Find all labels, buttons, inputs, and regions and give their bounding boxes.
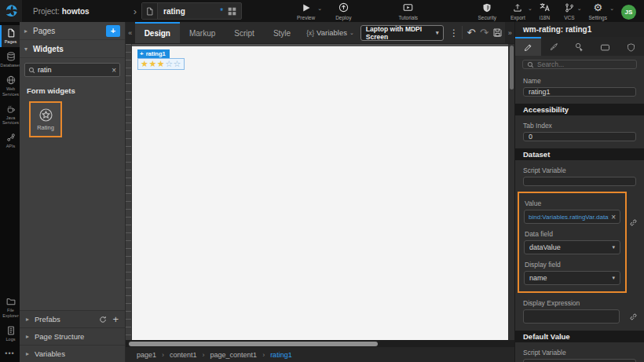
script-variable-field[interactable] [523,177,636,186]
rating-stars[interactable]: ★ ★ ★ ☆ ☆ [137,58,185,70]
deploy-button[interactable]: Deploy [335,2,351,20]
rail-item-pages[interactable]: Pages [0,25,20,47]
brush-icon [549,42,558,52]
variables-button[interactable]: {x} Variables ⌄ [300,22,360,43]
chevron-right-icon: ▸ [24,27,33,35]
prefabs-section-header[interactable]: ▸ Prefabs + [20,310,125,327]
save-button[interactable] [491,22,504,43]
widget-search-input[interactable] [38,66,112,74]
tab-design[interactable]: Design [135,22,180,43]
collapse-left-panel-button[interactable]: « [126,22,135,43]
unsaved-indicator: * [220,7,223,16]
tab-style[interactable]: Style [264,22,300,43]
breadcrumb-content1[interactable]: content1 [170,351,197,359]
add-prefab-icon[interactable]: + [112,316,119,324]
star-filled[interactable]: ★ [148,60,156,68]
tab-index-label: Tab Index [523,122,636,130]
widgets-section-header[interactable]: ▾ Widgets [20,40,125,58]
add-page-button[interactable]: + [106,25,120,37]
star-empty[interactable]: ☆ [174,60,181,68]
redo-button[interactable]: ↷ [478,22,491,43]
page-structure-section-header[interactable]: ▸ Page Structure [20,327,125,345]
top-bar: Project: howtos › rating * Preview ⌄ Dep… [0,0,644,22]
styles-tab[interactable] [541,37,567,56]
widget-selection-tag[interactable]: + rating1 [137,49,170,58]
search-icon [527,61,534,68]
chevron-down-icon: ⌄ [609,5,614,12]
property-search[interactable] [522,60,637,69]
default-script-variable-field[interactable] [523,359,636,362]
security-tab[interactable] [618,37,644,56]
bind-link-icon[interactable] [629,218,638,227]
rail-item-java-services[interactable]: Java Services [0,101,20,129]
horizontal-scrollbar-thumb[interactable] [129,342,378,346]
device-tab[interactable] [592,37,618,56]
star-filled[interactable]: ★ [141,60,148,68]
widget-search[interactable]: × [24,63,120,77]
breadcrumb-chevron-icon: › [134,5,137,17]
rating-widget-instance[interactable]: + rating1 ★ ★ ★ ☆ ☆ [137,49,185,70]
tutorials-button[interactable]: Tutorials [398,2,418,20]
horizontal-scrollbar[interactable] [126,340,514,347]
rail-more-button[interactable]: ••• [0,346,20,362]
data-field-select[interactable]: dataValue ▾ [524,240,620,254]
rail-item-file-explorer[interactable]: File Explorer [0,294,20,321]
star-empty[interactable]: ☆ [165,60,173,68]
breadcrumb: page1 › content1 › page_content1 › ratin… [126,347,514,362]
export-icon [513,2,522,13]
display-field-select[interactable]: name ▾ [524,271,620,285]
variables-section-header[interactable]: ▸ Variables [20,345,125,362]
refresh-icon[interactable] [99,316,107,324]
more-options-button[interactable]: ⋮ [448,22,459,43]
rail-item-apis[interactable]: APIs [0,130,20,152]
clear-binding-icon[interactable]: × [611,213,616,221]
properties-panel-tabs [515,37,644,56]
data-field-label: Data field [525,230,620,238]
chevron-down-icon: ▾ [24,46,33,53]
star-filled[interactable]: ★ [157,60,165,68]
security-button[interactable]: Security [478,2,496,20]
properties-panel: wm-rating: rating1 [514,22,644,362]
tab-markup[interactable]: Markup [180,22,225,43]
vcs-button[interactable]: VCS ⌄ [564,2,574,20]
device-selector[interactable]: Laptop with MDPI Screen ▾ [360,25,445,41]
grid-view-icon[interactable] [228,7,236,16]
breadcrumb-page1[interactable]: page1 [137,351,156,359]
rating-widget-card[interactable]: Rating [29,101,62,137]
breadcrumb-page-content1[interactable]: page_content1 [210,351,258,359]
default-script-variable-label: Script Variable [523,349,636,357]
breadcrumb-rating1[interactable]: rating1 [270,351,292,359]
events-tab[interactable] [567,37,593,56]
properties-tab[interactable] [515,37,541,56]
vertical-scrollbar[interactable] [508,44,514,340]
collapse-right-panel-button[interactable]: » [505,22,514,43]
chevron-down-icon: ⌄ [349,30,354,36]
value-label: Value [525,199,620,207]
design-canvas[interactable]: + rating1 ★ ★ ★ ☆ ☆ [126,44,514,340]
rail-item-logs[interactable]: Logs [0,323,20,345]
user-avatar[interactable]: JS [621,5,636,20]
display-expression-field[interactable] [523,309,620,324]
preview-button[interactable]: Preview ⌄ [297,2,315,20]
export-button[interactable]: Export ⌄ [510,2,525,20]
value-binding-field[interactable]: bind:Variables.ratingVar.dataSet × [524,210,620,224]
pages-section-header[interactable]: ▸ Pages + [20,22,125,40]
tab-script[interactable]: Script [225,22,264,43]
name-field[interactable] [523,87,636,97]
open-page-tab[interactable]: rating * [141,2,242,20]
bind-link-icon[interactable] [629,313,638,321]
property-search-input[interactable] [537,60,632,68]
rail-item-web-services[interactable]: Web Services [0,72,20,100]
undo-button[interactable]: ↶ [465,22,478,43]
clear-search-icon[interactable]: × [112,66,116,75]
rail-item-databases[interactable]: Databases [0,49,20,71]
wavemaker-logo[interactable] [0,0,22,22]
vertical-scrollbar-thumb[interactable] [510,46,514,90]
i18n-button[interactable]: i18N [540,2,550,20]
canvas-page[interactable]: + rating1 ★ ★ ★ ☆ ☆ [132,46,508,340]
settings-button[interactable]: ⚙ Settings ⌄ [589,2,608,20]
pages-icon [6,28,16,38]
api-icon [6,133,16,142]
tab-index-field[interactable] [523,132,636,141]
breadcrumb-separator: › [203,351,205,359]
